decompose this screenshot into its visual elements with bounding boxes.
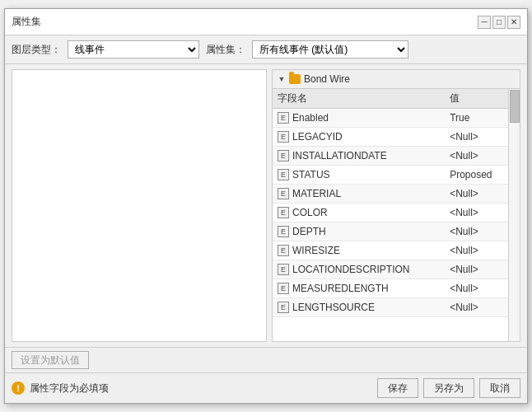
field-name: LENGTHSOURCE	[292, 302, 375, 313]
table-row[interactable]: EMEASUREDLENGTH<Null>	[273, 279, 508, 298]
table-row[interactable]: EWIRESIZE<Null>	[273, 241, 508, 260]
value-cell: Proposed	[445, 166, 508, 185]
field-cell: ELOCATIONDESCRIPTION	[273, 260, 445, 279]
left-panel	[12, 69, 267, 342]
field-cell: EEnabled	[273, 109, 445, 127]
value-cell: <Null>	[445, 185, 508, 204]
field-icon: E	[278, 302, 289, 313]
value-cell: <Null>	[445, 147, 508, 166]
property-table: 字段名 值 EEnabledTrueELEGACYID<Null>EINSTAL…	[273, 89, 508, 317]
value-cell: <Null>	[445, 222, 508, 241]
action-buttons: 保存 另存为 取消	[377, 378, 520, 398]
title-bar: 属性集 ─ □ ✕	[5, 9, 527, 35]
table-row[interactable]: ECOLOR<Null>	[273, 204, 508, 222]
table-wrapper: 字段名 值 EEnabledTrueELEGACYID<Null>EINSTAL…	[273, 89, 520, 341]
warning-area: ! 属性字段为必填项	[12, 382, 109, 396]
warning-text: 属性字段为必填项	[30, 382, 109, 396]
field-icon: E	[278, 207, 289, 218]
folder-icon	[289, 74, 301, 84]
field-cell: ECOLOR	[273, 204, 445, 222]
field-icon: E	[278, 245, 289, 256]
scrollbar[interactable]	[508, 89, 520, 341]
field-name: LOCATIONDESCRIPTION	[292, 264, 409, 275]
table-row[interactable]: ELOCATIONDESCRIPTION<Null>	[273, 260, 508, 279]
field-name: COLOR	[292, 207, 328, 218]
prop-label: 属性集：	[206, 43, 245, 57]
default-button-row: 设置为默认值	[5, 347, 527, 372]
group-title: Bond Wire	[304, 73, 350, 85]
field-icon: E	[278, 131, 289, 143]
property-set-select[interactable]: 所有线事件 (默认值)	[252, 40, 408, 59]
value-cell: <Null>	[445, 298, 508, 317]
scroll-thumb[interactable]	[510, 90, 520, 123]
field-name: WIRESIZE	[292, 245, 340, 256]
value-cell: <Null>	[445, 260, 508, 279]
field-name: MEASUREDLENGTH	[292, 283, 389, 294]
set-default-button[interactable]: 设置为默认值	[12, 351, 89, 369]
bottom-bar: ! 属性字段为必填项 保存 另存为 取消	[5, 372, 527, 403]
layer-type-select[interactable]: 线事件	[68, 40, 199, 59]
save-as-button[interactable]: 另存为	[423, 378, 474, 398]
field-icon: E	[278, 169, 289, 180]
field-cell: EINSTALLATIONDATE	[273, 147, 445, 165]
field-icon: E	[278, 150, 289, 162]
group-header: ▼ Bond Wire	[273, 70, 520, 89]
value-cell: <Null>	[445, 204, 508, 222]
warning-icon: !	[12, 382, 25, 395]
field-cell: ESTATUS	[273, 166, 445, 184]
table-row[interactable]: EMATERIAL<Null>	[273, 185, 508, 204]
toolbar: 图层类型： 线事件 属性集： 所有线事件 (默认值)	[5, 35, 527, 64]
maximize-button[interactable]: □	[492, 16, 506, 29]
close-button[interactable]: ✕	[507, 16, 520, 29]
table-row[interactable]: EEnabledTrue	[273, 109, 508, 128]
field-cell: ELENGTHSOURCE	[273, 298, 445, 316]
field-cell: EMATERIAL	[273, 185, 445, 203]
main-window: 属性集 ─ □ ✕ 图层类型： 线事件 属性集： 所有线事件 (默认值) ▼ B…	[4, 8, 528, 404]
field-name: LEGACYID	[292, 131, 343, 143]
table-row[interactable]: ELENGTHSOURCE<Null>	[273, 298, 508, 317]
field-name: INSTALLATIONDATE	[292, 150, 387, 162]
field-name: Enabled	[292, 112, 329, 124]
col-field-header: 字段名	[273, 89, 445, 109]
field-name: STATUS	[292, 169, 330, 180]
field-cell: EMEASUREDLENGTH	[273, 279, 445, 297]
window-title: 属性集	[12, 15, 41, 29]
table-container[interactable]: 字段名 值 EEnabledTrueELEGACYID<Null>EINSTAL…	[273, 89, 508, 341]
table-row[interactable]: EINSTALLATIONDATE<Null>	[273, 147, 508, 166]
right-panel: ▼ Bond Wire 字段名 值 EEnabledTrueELEGAC	[272, 69, 520, 342]
value-cell: <Null>	[445, 241, 508, 260]
save-button[interactable]: 保存	[377, 378, 418, 398]
field-name: DEPTH	[292, 226, 326, 237]
table-row[interactable]: EDEPTH<Null>	[273, 222, 508, 241]
field-cell: EWIRESIZE	[273, 241, 445, 260]
tree-arrow-icon[interactable]: ▼	[278, 75, 286, 83]
field-icon: E	[278, 283, 289, 294]
cancel-button[interactable]: 取消	[479, 378, 520, 398]
minimize-button[interactable]: ─	[478, 16, 491, 29]
field-icon: E	[278, 264, 289, 275]
table-row[interactable]: ELEGACYID<Null>	[273, 128, 508, 147]
table-row[interactable]: ESTATUSProposed	[273, 166, 508, 185]
window-controls: ─ □ ✕	[478, 16, 520, 29]
main-content: ▼ Bond Wire 字段名 值 EEnabledTrueELEGAC	[5, 64, 527, 347]
value-cell: True	[445, 109, 508, 128]
value-cell: <Null>	[445, 279, 508, 298]
layer-label: 图层类型：	[12, 43, 61, 57]
col-value-header: 值	[445, 89, 508, 109]
field-cell: EDEPTH	[273, 222, 445, 241]
field-icon: E	[278, 226, 289, 237]
field-cell: ELEGACYID	[273, 128, 445, 146]
field-name: MATERIAL	[292, 188, 341, 199]
field-icon: E	[278, 112, 289, 124]
field-icon: E	[278, 188, 289, 199]
value-cell: <Null>	[445, 128, 508, 147]
